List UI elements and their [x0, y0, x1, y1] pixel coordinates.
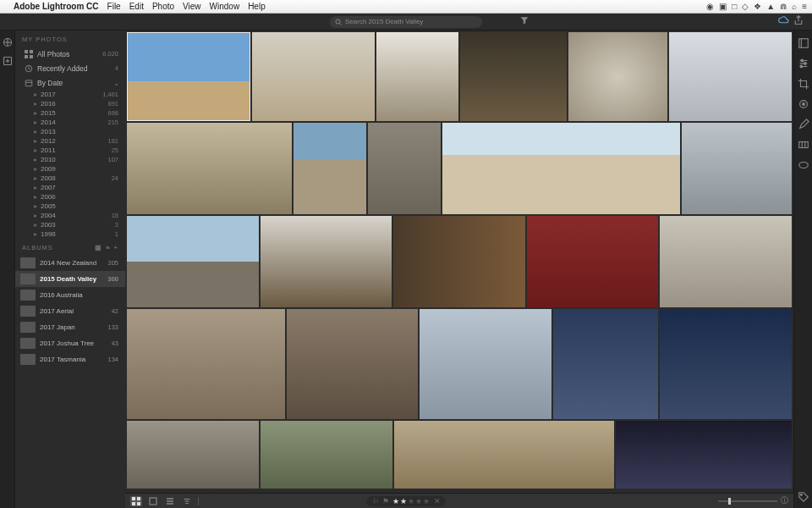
menu-photo[interactable]: Photo	[152, 2, 174, 11]
album-item[interactable]: 2017 Japan133	[15, 319, 125, 335]
year-item[interactable]: ▸201125	[27, 146, 125, 155]
album-label: 2017 Aerial	[40, 307, 107, 315]
photo-thumb[interactable]	[394, 421, 614, 489]
photo-thumb[interactable]	[568, 32, 667, 121]
crop-icon[interactable]	[798, 78, 809, 90]
menu-view[interactable]: View	[183, 2, 201, 11]
photo-thumb[interactable]	[127, 309, 285, 419]
sidebar-item-all-photos[interactable]: All Photos 6,020	[15, 47, 125, 61]
photo-thumb[interactable]	[660, 216, 792, 307]
album-item[interactable]: 2017 Aerial42	[15, 303, 125, 319]
photo-thumb[interactable]	[368, 123, 441, 214]
thumbnail-size-slider[interactable]	[718, 500, 777, 502]
rating-control[interactable]: ⚐ ⚑ ★★★★★ ✕	[367, 496, 446, 506]
clear-rating-icon[interactable]: ✕	[434, 497, 441, 505]
search-menubar-icon[interactable]: ⌕	[792, 2, 797, 11]
my-photos-icon[interactable]	[3, 37, 13, 47]
sidebar-item-recently-added[interactable]: Recently Added 4	[15, 61, 125, 75]
photo-grid[interactable]	[125, 30, 793, 493]
menu-edit[interactable]: Edit	[129, 2, 144, 11]
album-item[interactable]: 2016 Australia	[15, 287, 125, 303]
photo-thumb[interactable]	[294, 123, 366, 214]
keywords-icon[interactable]	[798, 491, 809, 503]
cloud-sync-icon[interactable]	[778, 15, 790, 25]
edit-panel-icon[interactable]	[798, 37, 809, 49]
brush-icon[interactable]	[798, 119, 809, 130]
add-icon[interactable]	[3, 56, 13, 66]
photo-thumb[interactable]	[127, 421, 259, 489]
year-item[interactable]: ▸200418	[27, 211, 125, 220]
share-icon[interactable]	[793, 15, 804, 25]
year-item[interactable]: ▸200824	[27, 174, 125, 183]
gradient-icon[interactable]	[798, 139, 809, 151]
year-item[interactable]: ▸2015698	[27, 108, 125, 118]
album-label: 2017 Joshua Tree	[40, 340, 107, 347]
photo-thumb[interactable]	[460, 32, 567, 121]
photo-thumb[interactable]	[527, 216, 659, 307]
sort-button[interactable]	[181, 496, 193, 506]
album-item[interactable]: 2017 Tasmania134	[15, 351, 125, 367]
record-icon[interactable]: ◉	[706, 2, 714, 11]
shield-icon[interactable]: ◇	[742, 2, 749, 11]
menu-icon[interactable]: ≡	[802, 2, 807, 11]
photo-thumb[interactable]	[127, 32, 250, 121]
year-item[interactable]: ▸2009	[27, 164, 125, 174]
year-item[interactable]: ▸2013	[27, 127, 125, 136]
wifi-icon[interactable]: ⋒	[780, 2, 787, 11]
year-item[interactable]: ▸2016891	[27, 99, 125, 108]
airplay-icon[interactable]: ▲	[766, 2, 775, 11]
heal-icon[interactable]	[798, 98, 809, 110]
year-item[interactable]: ▸2006	[27, 192, 125, 202]
star-rating[interactable]: ★★★★★	[392, 497, 431, 505]
photo-thumb[interactable]	[252, 32, 376, 121]
add-album-icon[interactable]: +	[114, 244, 118, 251]
photo-thumb[interactable]	[420, 309, 551, 419]
photo-thumb[interactable]	[553, 309, 658, 419]
photo-thumb[interactable]	[669, 32, 793, 121]
photo-thumb[interactable]	[127, 216, 259, 307]
adjust-icon[interactable]	[798, 58, 809, 69]
year-item[interactable]: ▸20033	[27, 220, 125, 229]
photo-thumb[interactable]	[261, 216, 392, 307]
menu-help[interactable]: Help	[248, 2, 266, 11]
photo-thumb[interactable]	[660, 309, 792, 419]
album-item[interactable]: 2014 New Zealand205	[15, 255, 125, 271]
sidebar-item-by-date[interactable]: By Date ⌄	[15, 75, 125, 90]
photo-thumb[interactable]	[287, 309, 419, 419]
detail-view-button[interactable]	[164, 496, 176, 506]
photo-thumb[interactable]	[682, 123, 792, 214]
photo-thumb[interactable]	[616, 421, 792, 489]
album-item[interactable]: 2017 Joshua Tree43	[15, 335, 125, 351]
photo-thumb[interactable]	[376, 32, 458, 121]
photo-thumb[interactable]	[393, 216, 525, 307]
list-view-icon[interactable]: ≡	[106, 244, 110, 251]
photo-thumb[interactable]	[442, 123, 680, 214]
year-item[interactable]: ▸2010107	[27, 155, 125, 164]
year-item[interactable]: ▸2007	[27, 183, 125, 192]
radial-icon[interactable]	[798, 159, 809, 171]
flag-reject-icon[interactable]: ⚐	[372, 497, 379, 505]
search-input[interactable]: Search 2015 Death Valley	[330, 16, 482, 28]
year-item[interactable]: ▸19981	[27, 229, 125, 239]
menu-file[interactable]: File	[107, 2, 121, 11]
year-item[interactable]: ▸20171,461	[27, 90, 125, 99]
display-icon[interactable]: □	[732, 2, 737, 11]
triangle-right-icon: ▸	[34, 100, 41, 108]
info-icon[interactable]: ⓘ	[781, 495, 788, 506]
app-name[interactable]: Adobe Lightroom CC	[14, 2, 99, 11]
menu-window[interactable]: Window	[210, 2, 240, 11]
year-item[interactable]: ▸2014215	[27, 118, 125, 127]
photo-thumb[interactable]	[127, 123, 292, 214]
grid-view-button[interactable]	[130, 496, 142, 506]
year-item[interactable]: ▸2005	[27, 202, 125, 211]
filter-icon[interactable]	[520, 16, 529, 25]
square-view-button[interactable]	[147, 496, 159, 506]
photo-thumb[interactable]	[261, 421, 392, 489]
flag-pick-icon[interactable]: ⚑	[382, 497, 389, 505]
album-item[interactable]: 2015 Death Valley300	[15, 271, 125, 287]
grid-view-icon[interactable]: ▦	[95, 244, 102, 251]
year-item[interactable]: ▸2012181	[27, 136, 125, 146]
dropbox-icon[interactable]: ❖	[754, 2, 761, 11]
year-count: 1,461	[102, 91, 118, 98]
camera-icon[interactable]: ▣	[719, 2, 727, 11]
